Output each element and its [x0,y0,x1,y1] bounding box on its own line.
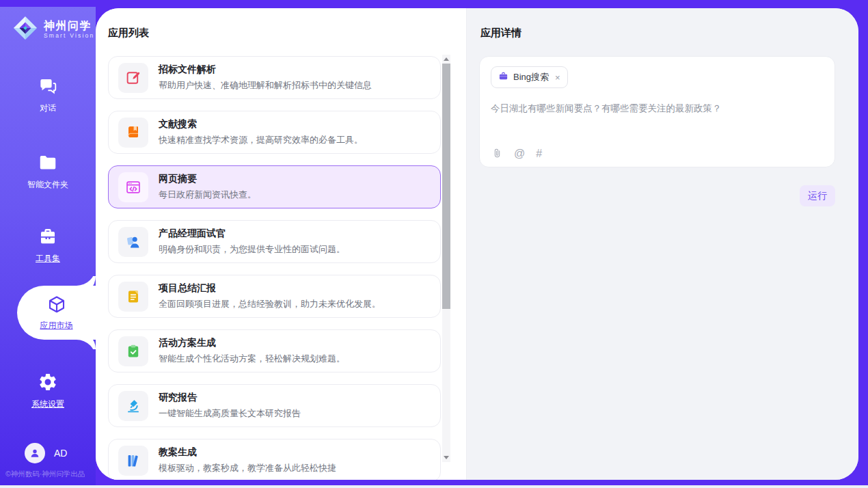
chat-icon [38,76,58,98]
app-card-title: 网页摘要 [159,173,256,185]
sidebar-item-1[interactable]: 对话 [0,76,96,114]
user-name: AD [54,448,67,459]
run-button[interactable]: 运行 [800,185,835,206]
sidebar-item-5[interactable]: 系统设置 [0,372,96,410]
chip-close-icon[interactable]: × [555,72,560,83]
prompt-input-card[interactable]: Bing搜索 × 今日湖北有哪些新闻要点？有哪些需要关注的最新政策？ @ # [479,56,835,167]
brand-subtitle: Smart Vision [44,32,94,40]
app-card-2[interactable]: 文献搜索 快速精准查找学术资源，提高研究效率的必备工具。 [108,111,441,154]
brand-diamond-icon [12,15,38,44]
input-toolbar: @ # [491,148,542,159]
doc-icon [118,282,148,312]
interview-icon [118,227,148,257]
cube-icon [46,295,67,317]
app-card-title: 项目总结汇报 [159,282,381,295]
app-card-title: 产品经理面试官 [159,228,345,240]
app-card-title: 教案生成 [159,446,336,459]
app-card-description: 帮助用户快速、准确地理解和解析招标书中的关键信息 [159,79,372,92]
app-detail-title: 应用详情 [480,27,521,40]
app-card-6[interactable]: 活动方案生成 智能生成个性化活动方案，轻松解决规划难题。 [108,329,441,372]
sidebar: 神州问学 Smart Vision 对话 智能文件夹 工具集 应用市场 系统设置… [0,7,96,485]
folder-icon [38,152,58,175]
paperclip-icon[interactable] [491,148,503,159]
triangle-down-icon [444,456,449,459]
app-cards: 招标文件解析 帮助用户快速、准确地理解和解析招标书中的关键信息 文献搜索 快速精… [108,56,441,480]
browser-code-icon [118,172,148,202]
user-avatar-icon [25,443,45,463]
sidebar-item-label: 应用市场 [40,320,73,331]
sidebar-item-4[interactable]: 应用市场 [17,286,96,340]
app-card-description: 一键智能生成高质量长文本研究报告 [159,407,301,420]
tool-chip-bing-search[interactable]: Bing搜索 × [491,66,568,88]
sidebar-item-label: 系统设置 [31,398,64,410]
brand-logo: 神州问学 Smart Vision [12,15,94,44]
app-card-description: 每日政府新闻资讯快查。 [159,189,256,201]
sidebar-item-2[interactable]: 智能文件夹 [0,152,96,191]
app-card-title: 文献搜索 [159,118,363,131]
app-detail-panel: 应用详情 Bing搜索 × 今日湖北有哪些新闻要点？有哪些需要关注的最新政策？ … [467,8,858,480]
app-card-4[interactable]: 产品经理面试官 明确身份和职责，为您提供专业性的面试问题。 [108,220,441,263]
app-card-5[interactable]: 项目总结汇报 全面回顾项目进展，总结经验教训，助力未来优化发展。 [108,275,441,318]
app-card-description: 全面回顾项目进展，总结经验教训，助力未来优化发展。 [159,298,381,310]
app-card-8[interactable]: 教案生成 模板驱动，教案秒成，教学准备从此轻松快捷 [108,439,441,480]
gear-icon [38,372,58,394]
microscope-icon [118,391,148,421]
tool-chip-label: Bing搜索 [513,71,549,83]
sidebar-item-3[interactable]: 工具集 [0,226,96,265]
scrollbar-thumb[interactable] [442,64,450,309]
app-card-description: 快速精准查找学术资源，提高研究效率的必备工具。 [159,134,363,146]
doc-edit-icon [118,63,148,93]
app-list-panel: 应用列表 招标文件解析 帮助用户快速、准确地理解和解析招标书中的关键信息 文献搜… [96,8,467,480]
app-card-title: 活动方案生成 [159,337,345,349]
scroll-up-button[interactable] [442,55,450,64]
scroll-down-button[interactable] [442,453,450,462]
page-bottom-strip [0,485,868,488]
user-account[interactable]: AD [25,443,67,463]
books-icon [118,446,148,476]
mention-at-icon[interactable]: @ [514,148,525,159]
sidebar-item-label: 工具集 [36,253,60,265]
triangle-up-icon [444,57,449,61]
hash-icon[interactable]: # [536,148,542,159]
clipboard-check-icon [118,336,148,366]
copyright-footer: ©神州数码·神州问学出品 [5,470,96,479]
app-card-description: 智能生成个性化活动方案，轻松解决规划难题。 [159,353,345,365]
main-window: 应用列表 招标文件解析 帮助用户快速、准确地理解和解析招标书中的关键信息 文献搜… [96,8,858,480]
toolbox-icon [38,226,58,249]
query-text[interactable]: 今日湖北有哪些新闻要点？有哪些需要关注的最新政策？ [491,103,824,115]
app-card-1[interactable]: 招标文件解析 帮助用户快速、准确地理解和解析招标书中的关键信息 [108,56,441,99]
app-card-3[interactable]: 网页摘要 每日政府新闻资讯快查。 [108,165,441,208]
briefcase-icon [498,71,508,83]
app-card-description: 模板驱动，教案秒成，教学准备从此轻松快捷 [159,462,336,474]
app-card-title: 招标文件解析 [159,64,372,76]
sidebar-item-label: 智能文件夹 [27,179,68,191]
app-list-title: 应用列表 [108,27,149,40]
app-card-title: 研究报告 [159,392,301,404]
brand-name: 神州问学 [44,20,94,32]
book-icon [118,118,148,148]
sidebar-item-label: 对话 [40,103,56,114]
app-card-description: 明确身份和职责，为您提供专业性的面试问题。 [159,243,345,256]
app-card-7[interactable]: 研究报告 一键智能生成高质量长文本研究报告 [108,384,441,427]
app-list-scrollbar[interactable] [442,55,450,462]
